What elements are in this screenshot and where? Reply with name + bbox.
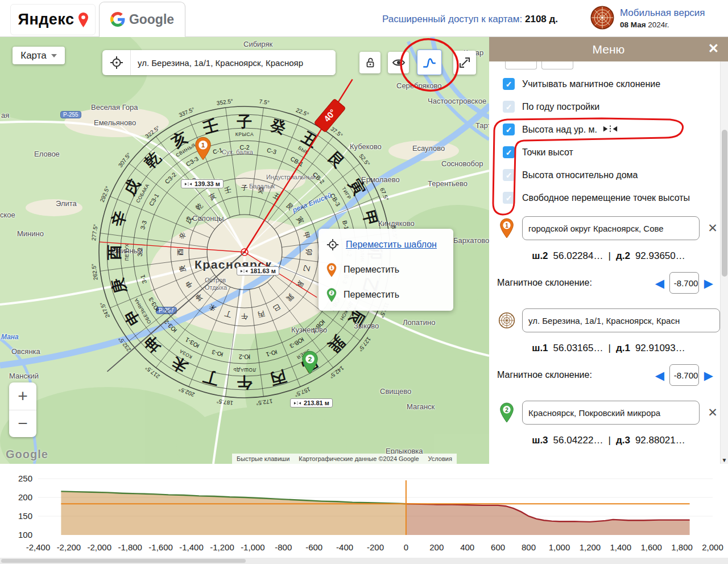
yandex-pin-icon <box>78 13 88 27</box>
extended-access-days: 2108 д. <box>525 14 558 24</box>
mobile-version-link[interactable]: Мобильная версия <box>620 7 705 19</box>
elevation-chart: 100150200250-2,400-2,200-2,000-1,800-1,6… <box>0 464 728 564</box>
expand-icon <box>458 56 471 69</box>
svg-text:2: 2 <box>330 291 333 295</box>
marker-2-section: 2 ✕ ш.356.04222… | д.392.88021… <box>497 401 720 446</box>
elevation-badge-1: 139.33 м <box>181 179 224 188</box>
map-attribution: Быстрые клавиши Картографические данные … <box>232 454 457 464</box>
elevation-icon <box>293 401 301 406</box>
svg-text:0: 0 <box>404 542 408 552</box>
horizontal-scrollbar[interactable] <box>0 558 728 564</box>
svg-text:1: 1 <box>201 141 205 149</box>
scrollbar-thumb[interactable] <box>1 559 246 563</box>
template-address-input[interactable] <box>522 308 720 332</box>
checkbox-3[interactable]: ✓ <box>503 146 515 158</box>
lock-template-button[interactable] <box>359 52 380 73</box>
map-marker-1[interactable]: 1 <box>195 137 212 163</box>
svg-text:-800: -800 <box>275 542 292 552</box>
declination-decrease-button[interactable]: ◀ <box>655 277 664 289</box>
marker-2-address-input[interactable] <box>522 401 700 425</box>
elevation-profile-panel: 100150200250-2,400-2,200-2,000-1,800-1,6… <box>0 464 728 564</box>
checkbox-row: ✓Высота относительно дома <box>497 169 720 181</box>
svg-text:-600: -600 <box>305 542 322 552</box>
google-wordmark: Google <box>129 12 174 27</box>
checkbox-label: Высота относительно дома <box>522 169 638 181</box>
fullscreen-button[interactable] <box>453 51 476 75</box>
clipped-control <box>505 61 537 69</box>
checkbox-label: Учитывать магнитное склонение <box>522 78 660 90</box>
mobile-version-block: Мобильная версия 08 Мая 2024г. <box>590 6 705 30</box>
marker-1-declination-stepper: ◀ -8.700 ▶ <box>655 272 713 294</box>
declination-label: Магнитное склонение: <box>497 370 592 380</box>
zoom-out-button[interactable]: − <box>9 410 36 438</box>
options-checkbox-list: ✓Учитывать магнитное склонение✓По году п… <box>497 61 720 204</box>
elevation-profile-button[interactable] <box>417 50 442 75</box>
terms-link[interactable]: Условия <box>428 455 452 462</box>
svg-text:2: 2 <box>505 407 508 413</box>
svg-text:1: 1 <box>505 223 508 229</box>
declination-increase-button[interactable]: ▶ <box>704 277 713 289</box>
keyboard-shortcuts-link[interactable]: Быстрые клавиши <box>237 455 289 462</box>
declination-value[interactable]: -8.700 <box>669 272 699 294</box>
svg-text:-2,000: -2,000 <box>88 542 112 552</box>
remove-marker-2-button[interactable]: ✕ <box>705 406 720 419</box>
checkbox-1[interactable]: ✓ <box>503 101 515 113</box>
svg-text:-2,400: -2,400 <box>26 542 51 552</box>
declination-label: Магнитное склонение: <box>497 278 592 288</box>
scrollbar-down-arrow[interactable]: ▼ <box>721 457 728 463</box>
template-section: ш.156.03165… | д.192.91093… Магнитное ск… <box>497 308 720 386</box>
marker-1-icon: 1 <box>326 263 337 277</box>
svg-text:-1,000: -1,000 <box>241 542 265 552</box>
map-search-input[interactable] <box>131 50 336 75</box>
extended-access-note: Расширенный доступ к картам: 2108 д. <box>382 14 558 25</box>
map-data-copyright: Картографические данные ©2024 Google <box>299 455 419 462</box>
eye-icon <box>392 56 406 69</box>
marker-1-address-input[interactable] <box>522 216 700 240</box>
checkbox-0[interactable]: ✓ <box>503 78 515 90</box>
checkbox-label: Свободное перемещение точек высоты <box>522 192 690 204</box>
declination-value[interactable]: -8.700 <box>669 364 699 386</box>
map-canvas[interactable]: СибирякКуварСеребряковоЧастоостровскоеВе… <box>0 37 489 464</box>
scrollbar-thumb[interactable] <box>722 130 727 277</box>
menu-scrollbar[interactable]: ▼ <box>720 61 728 464</box>
checkbox-label: Высота над ур. м. <box>522 123 618 135</box>
checkbox-4[interactable]: ✓ <box>503 169 515 181</box>
svg-text:200: 200 <box>429 542 444 552</box>
declination-decrease-button[interactable]: ◀ <box>655 369 664 381</box>
tab-google-maps[interactable]: Google <box>99 2 185 37</box>
checkbox-row: ✓Свободное перемещение точек высоты <box>497 192 720 204</box>
marker-2-coordinates: ш.356.04222… | д.392.88021… <box>497 435 720 446</box>
svg-text:600: 600 <box>491 542 505 552</box>
tab-yandex-maps[interactable]: Яндекс <box>10 4 96 35</box>
current-date: 08 Мая 2024г. <box>620 20 705 29</box>
checkbox-5[interactable]: ✓ <box>503 192 515 204</box>
checkbox-2[interactable]: ✓ <box>503 123 515 135</box>
svg-text:-1,600: -1,600 <box>148 542 173 552</box>
visibility-button[interactable] <box>388 52 409 73</box>
svg-text:-2,200: -2,200 <box>57 542 81 552</box>
svg-text:2: 2 <box>308 355 312 363</box>
yandex-wordmark: Яндекс <box>18 11 74 28</box>
svg-text:1,800: 1,800 <box>671 542 693 552</box>
context-move-marker-2[interactable]: 2 Переместить <box>318 282 453 307</box>
chevron-down-icon <box>51 54 57 57</box>
menu-header: Меню ✕ <box>489 37 728 61</box>
clipped-control <box>541 61 573 69</box>
extended-access-link[interactable]: Расширенный доступ к картам: <box>382 14 522 24</box>
svg-text:-200: -200 <box>367 542 384 552</box>
remove-marker-1-button[interactable]: ✕ <box>705 221 720 235</box>
locate-template-button[interactable] <box>102 50 131 75</box>
checkbox-label: По году постройки <box>522 101 599 113</box>
settings-menu-panel: Меню ✕ ✓Учитывать магнитное склонение✓По… <box>489 37 728 464</box>
declination-increase-button[interactable]: ▶ <box>704 369 713 381</box>
checkbox-label: Точки высот <box>522 146 573 158</box>
map-layer-button[interactable]: Карта <box>13 47 65 64</box>
map-context-menu: Переместить шаблон 1 Переместить 2 Перем… <box>318 229 453 311</box>
zoom-in-button[interactable]: + <box>9 382 36 410</box>
svg-text:150: 150 <box>18 511 32 521</box>
context-move-marker-1[interactable]: 1 Переместить <box>318 257 453 282</box>
close-icon[interactable]: ✕ <box>708 41 719 56</box>
map-marker-2[interactable]: 2 <box>301 351 318 377</box>
checkbox-row: ✓Точки высот <box>497 146 720 158</box>
context-move-template[interactable]: Переместить шаблон <box>318 232 453 257</box>
